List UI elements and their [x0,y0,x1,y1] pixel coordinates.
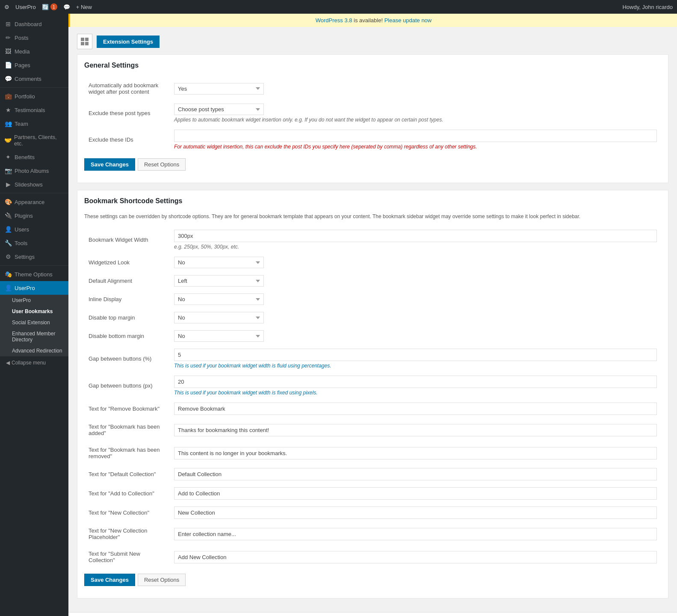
gap-pct-input[interactable] [174,349,657,361]
main-content: WordPress 3.8 is available! Please updat… [68,14,677,616]
widgetized-look-select[interactable]: NoYes [174,257,264,268]
field-add-collection: Text for "Add to Collection" [84,484,661,503]
field-gap-px: Gap between buttons (px) This is used if… [84,372,661,399]
field-text-removed: Text for "Bookmark has been removed" [84,441,661,465]
field-label: Exclude these IDs [84,126,170,153]
disable-bottom-margin-select[interactable]: NoYes [174,330,264,342]
page-icon [77,34,92,49]
sidebar-item-comments[interactable]: 💬 Comments [0,72,68,86]
field-widget-width: Bookmark Widget Width e.g. 250px, 50%, 3… [84,226,661,253]
text-remove-input[interactable] [174,403,657,415]
site-name[interactable]: UserPro [15,4,36,10]
sidebar-item-media[interactable]: 🖼 Media [0,44,68,58]
sidebar-item-label: Appearance [15,199,44,205]
tools-icon: 🔧 [4,240,12,246]
field-inline-display: Inline Display NoYes [84,290,661,308]
new-content-button[interactable]: + New [76,4,92,10]
sidebar-item-portfolio[interactable]: 💼 Portfolio [0,89,68,103]
submenu-item-userpro[interactable]: UserPro [0,295,68,306]
general-settings-table: Automatically add bookmark widget after … [84,77,661,153]
save-changes-button-1[interactable]: Save Changes [84,158,135,171]
svg-rect-2 [81,42,84,45]
menu-separator [0,87,68,88]
sidebar-item-users[interactable]: 👤 Users [0,222,68,236]
field-label: Text for "New Collection Placeholder" [84,522,170,545]
sidebar-item-tools[interactable]: 🔧 Tools [0,236,68,250]
gap-px-input[interactable] [174,376,657,388]
sidebar-item-slideshows[interactable]: ▶ Slideshows [0,178,68,191]
sidebar-item-partners[interactable]: 🤝 Partners, Clients, etc. [0,130,68,150]
field-control: This is used if your bookmark widget wid… [170,372,661,399]
field-label: Text for "Default Collection" [84,465,170,484]
sidebar-item-pages[interactable]: 📄 Pages [0,58,68,72]
sidebar-item-label: Settings [15,254,35,260]
sidebar-item-settings[interactable]: ⚙ Settings [0,250,68,264]
comments-icon[interactable]: 💬 [63,4,70,10]
sidebar-item-label: Theme Options [15,271,53,278]
field-label: Text for "Remove Bookmark" [84,399,170,418]
reset-options-button-1[interactable]: Reset Options [138,158,186,171]
submenu-item-user-bookmarks[interactable]: User Bookmarks [0,306,68,317]
field-description: Applies to automatic bookmark widget ins… [174,117,657,123]
reset-options-button-2[interactable]: Reset Options [138,574,186,586]
svg-rect-1 [85,38,89,41]
general-settings-title: General Settings [84,62,661,72]
userpro-icon: 👤 [4,284,12,291]
benefits-icon: ✦ [4,154,12,160]
field-label: Text for "Bookmark has been added" [84,418,170,441]
testimonials-icon: ★ [4,107,12,113]
general-button-group: Save Changes Reset Options [84,158,661,171]
field-control [170,399,661,418]
submit-collection-input[interactable] [174,551,657,563]
media-icon: 🖼 [4,48,12,55]
exclude-ids-input[interactable] [174,130,657,142]
field-gap-pct: Gap between buttons (%) This is used if … [84,345,661,372]
please-update-link[interactable]: Please update now [384,17,432,24]
submenu-item-social-extension[interactable]: Social Extension [0,317,68,328]
exclude-post-types-select[interactable]: Choose post types [174,104,264,115]
pages-icon: 📄 [4,62,12,68]
sidebar-item-dashboard[interactable]: ⊞ Dashboard [0,17,68,31]
field-control: NoYes [170,308,661,327]
submenu-item-advanced-redirect[interactable]: Advanced Redirection [0,345,68,356]
theme-options-icon: 🎭 [4,271,12,278]
default-alignment-select[interactable]: LeftCenterRight [174,275,264,287]
field-description: For automatic widget insertion, this can… [174,144,657,150]
field-exclude-post-types: Exclude these post types Choose post typ… [84,100,661,126]
sidebar-item-posts[interactable]: ✏ Posts [0,31,68,44]
default-collection-input[interactable] [174,468,657,480]
sidebar-item-label: Dashboard [15,21,42,27]
extension-settings-tab[interactable]: Extension Settings [97,36,160,48]
sidebar-item-team[interactable]: 👥 Team [0,117,68,130]
text-bookmarked-input[interactable] [174,424,657,436]
field-label: Text for "New Collection" [84,503,170,522]
auto-add-bookmark-select[interactable]: Yes No [174,83,264,95]
sidebar-item-appearance[interactable]: 🎨 Appearance [0,195,68,209]
collapse-menu-button[interactable]: ◀ Collapse menu [0,356,68,369]
widget-width-input[interactable] [174,230,657,242]
field-control: NoYes [170,253,661,272]
field-control [170,503,661,522]
new-collection-placeholder-input[interactable] [174,528,657,540]
new-collection-input[interactable] [174,506,657,519]
inline-display-select[interactable]: NoYes [174,293,264,305]
sidebar-item-benefits[interactable]: ✦ Benefits [0,150,68,164]
add-collection-input[interactable] [174,487,657,500]
wp-version-link[interactable]: WordPress 3.8 [316,17,352,24]
save-changes-button-2[interactable]: Save Changes [84,574,135,586]
sidebar-item-label: Team [15,121,28,127]
field-default-collection: Text for "Default Collection" [84,465,661,484]
sidebar-item-plugins[interactable]: 🔌 Plugins [0,209,68,222]
updates-count-item[interactable]: 🔄 1 [42,3,57,10]
wp-logo[interactable]: ⚙ [4,4,9,10]
submenu-item-enhanced-member[interactable]: Enhanced Member Directory [0,328,68,345]
updates-badge: 1 [50,3,57,10]
sidebar-item-theme-options[interactable]: 🎭 Theme Options [0,267,68,281]
field-control: This is used if your bookmark widget wid… [170,345,661,372]
field-new-collection: Text for "New Collection" [84,503,661,522]
disable-top-margin-select[interactable]: NoYes [174,312,264,323]
text-removed-input[interactable] [174,447,657,459]
sidebar-item-photo-albums[interactable]: 📷 Photo Albums [0,164,68,178]
sidebar-item-testimonials[interactable]: ★ Testimonials [0,103,68,117]
sidebar-item-userpro[interactable]: 👤 UserPro [0,281,68,295]
